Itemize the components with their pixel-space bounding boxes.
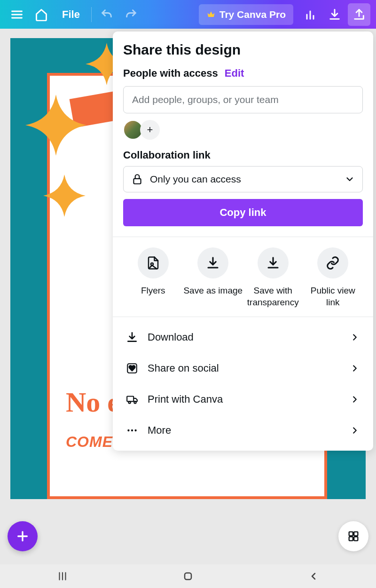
edit-access-link[interactable]: Edit bbox=[225, 67, 244, 79]
svg-rect-24 bbox=[185, 573, 191, 580]
pages-fab[interactable] bbox=[338, 521, 368, 551]
svg-rect-19 bbox=[349, 537, 353, 540]
top-toolbar: File Try Canva Pro bbox=[0, 0, 376, 29]
chevron-right-icon bbox=[350, 332, 360, 342]
chevron-down-icon bbox=[345, 174, 355, 184]
action-label: Public view link bbox=[303, 285, 363, 308]
action-label: Save as image bbox=[183, 285, 243, 297]
action-label: Save with transparency bbox=[243, 285, 303, 308]
svg-point-11 bbox=[134, 402, 136, 404]
action-public-link[interactable]: Public view link bbox=[303, 247, 363, 308]
svg-rect-18 bbox=[354, 532, 358, 536]
collab-label: Collaboration link bbox=[113, 149, 373, 166]
svg-point-14 bbox=[134, 429, 136, 431]
menu-download[interactable]: Download bbox=[113, 322, 373, 353]
heart-icon bbox=[126, 362, 138, 374]
add-people-input[interactable]: Add people, groups, or your team bbox=[123, 86, 363, 113]
svg-rect-17 bbox=[349, 532, 353, 536]
nav-back[interactable] bbox=[290, 571, 337, 582]
download-icon bbox=[266, 256, 280, 270]
sparkle-icon bbox=[25, 95, 86, 156]
try-pro-label: Try Canva Pro bbox=[219, 9, 286, 20]
share-title: Share this design bbox=[123, 42, 363, 58]
share-panel: Share this design People with access Edi… bbox=[113, 32, 373, 451]
copy-link-button[interactable]: Copy link bbox=[123, 199, 363, 226]
access-value: Only you can access bbox=[150, 174, 241, 185]
link-icon bbox=[326, 256, 340, 270]
add-person-button[interactable]: + bbox=[140, 120, 160, 140]
access-label: People with access bbox=[123, 67, 218, 79]
svg-point-13 bbox=[131, 429, 133, 431]
sparkle-icon bbox=[43, 175, 86, 217]
toolbar-divider bbox=[91, 7, 92, 22]
svg-rect-20 bbox=[354, 537, 358, 540]
download-icon[interactable] bbox=[323, 3, 346, 26]
home-icon[interactable] bbox=[30, 3, 53, 26]
undo-icon[interactable] bbox=[95, 3, 118, 26]
menu-print[interactable]: Print with Canva bbox=[113, 384, 373, 415]
menu-icon[interactable] bbox=[6, 3, 28, 26]
insights-icon[interactable] bbox=[299, 3, 321, 26]
poster-subtitle: No e bbox=[66, 386, 120, 419]
svg-point-12 bbox=[127, 429, 129, 431]
truck-icon bbox=[126, 393, 138, 405]
plus-icon bbox=[15, 529, 30, 544]
download-icon bbox=[126, 331, 138, 343]
share-icon[interactable] bbox=[348, 3, 370, 26]
svg-point-10 bbox=[128, 402, 130, 404]
system-nav bbox=[0, 564, 376, 588]
crown-icon bbox=[206, 10, 216, 19]
link-access-select[interactable]: Only you can access bbox=[123, 166, 363, 192]
file-menu[interactable]: File bbox=[55, 8, 87, 21]
menu-label: More bbox=[148, 424, 171, 437]
menu-label: Print with Canva bbox=[148, 393, 223, 405]
menu-share-social[interactable]: Share on social bbox=[113, 353, 373, 384]
svg-rect-6 bbox=[133, 179, 141, 184]
action-label: Flyers bbox=[141, 285, 165, 297]
grid-icon bbox=[347, 530, 360, 543]
menu-more[interactable]: More bbox=[113, 415, 373, 446]
chevron-right-icon bbox=[350, 425, 360, 436]
redo-icon[interactable] bbox=[120, 3, 142, 26]
flyer-icon bbox=[146, 256, 160, 270]
menu-label: Share on social bbox=[148, 362, 219, 374]
more-icon bbox=[126, 424, 138, 437]
nav-recents[interactable] bbox=[39, 570, 86, 582]
menu-label: Download bbox=[148, 331, 194, 343]
lock-icon bbox=[131, 173, 143, 185]
svg-rect-9 bbox=[127, 397, 133, 402]
add-fab[interactable] bbox=[8, 521, 38, 551]
nav-home[interactable] bbox=[164, 571, 212, 582]
action-save-transparency[interactable]: Save with transparency bbox=[243, 247, 303, 308]
chevron-right-icon bbox=[350, 394, 360, 405]
try-pro-button[interactable]: Try Canva Pro bbox=[199, 4, 293, 25]
download-icon bbox=[206, 256, 220, 270]
chevron-right-icon bbox=[350, 363, 360, 373]
action-save-image[interactable]: Save as image bbox=[183, 247, 243, 308]
action-flyers[interactable]: Flyers bbox=[123, 247, 183, 308]
